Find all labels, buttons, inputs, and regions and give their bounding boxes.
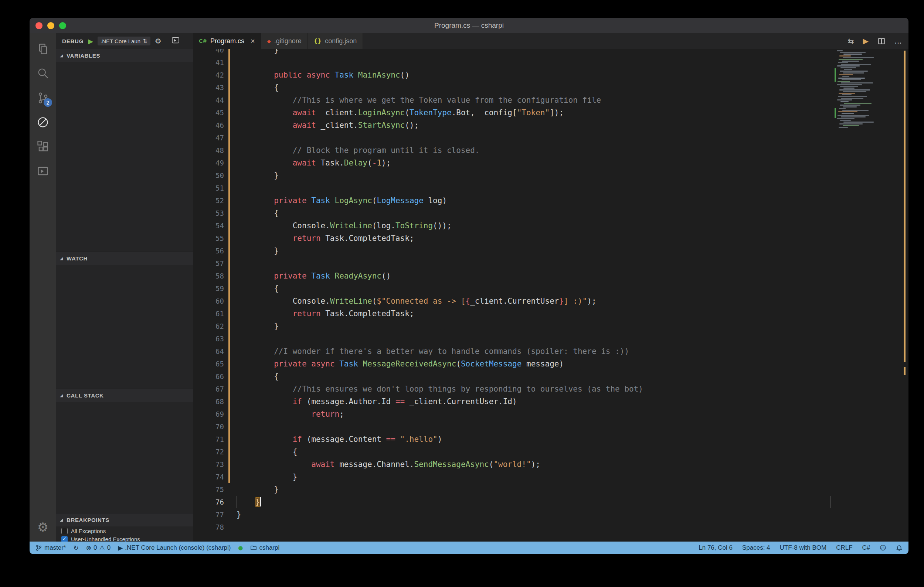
feedback-smiley-icon[interactable]: ☺ [879, 544, 886, 552]
debug-label: DEBUG [62, 38, 84, 44]
sync-changes-icon[interactable]: ↻ [74, 544, 79, 552]
run-file-icon[interactable]: ▶ [863, 36, 869, 46]
split-editor-icon[interactable] [878, 37, 886, 45]
more-actions-icon[interactable]: … [894, 36, 902, 46]
error-icon: ⊗ [86, 544, 91, 552]
git-branch-status[interactable]: master* [35, 544, 66, 552]
collapse-triangle-icon: ◢ [60, 53, 63, 58]
problems-status[interactable]: ⊗ 0 ⚠ 0 [86, 544, 111, 552]
notifications-bell-icon[interactable] [896, 544, 903, 551]
code-line-67[interactable]: 67 //This ensures we don't loop things b… [193, 383, 909, 395]
explorer-icon[interactable] [31, 37, 55, 61]
code-line-48[interactable]: 48 // Block the program until it is clos… [193, 144, 909, 157]
code-line-60[interactable]: 60 Console.WriteLine($"Connected as -> [… [193, 295, 909, 307]
code-line-75[interactable]: 75 } [193, 483, 909, 496]
code-line-55[interactable]: 55 return Task.CompletedTask; [193, 232, 909, 245]
minimap[interactable] [835, 50, 890, 128]
cursor-position-status[interactable]: Ln 76, Col 6 [698, 544, 733, 552]
code-line-66[interactable]: 66 { [193, 370, 909, 383]
line-number: 64 [193, 345, 224, 358]
configure-launch-gear-icon[interactable]: ⚙ [155, 36, 162, 46]
start-debugging-button[interactable]: ▶ [88, 37, 93, 45]
debug-icon[interactable] [31, 110, 55, 135]
code-line-73[interactable]: 73 await message.Channel.SendMessageAsyn… [193, 458, 909, 470]
code-line-45[interactable]: 45 await _client.LoginAsync(TokenType.Bo… [193, 106, 909, 119]
code-line-44[interactable]: 44 //This is where we get the Token valu… [193, 94, 909, 106]
code-text: await _client.StartAsync(); [236, 119, 419, 132]
source-control-badge: 2 [44, 98, 52, 107]
code-line-61[interactable]: 61 return Task.CompletedTask; [193, 307, 909, 320]
collapse-triangle-icon: ◢ [60, 393, 63, 398]
breakpoints-section-header[interactable]: ◢ BREAKPOINTS [56, 513, 193, 526]
code-line-72[interactable]: 72 { [193, 446, 909, 458]
code-line-76[interactable]: 76 } [193, 496, 909, 508]
launch-config-status[interactable]: ▶ .NET Core Launch (console) (csharpi) [118, 544, 231, 552]
code-line-68[interactable]: 68 if (message.Author.Id == _client.Curr… [193, 395, 909, 408]
breakpoint-item-user-unhandled[interactable]: User-Unhandled Exceptions [56, 535, 193, 541]
code-line-43[interactable]: 43 { [193, 81, 909, 94]
code-line-78[interactable]: 78 [193, 521, 909, 533]
line-number: 56 [193, 245, 224, 257]
code-line-58[interactable]: 58 private Task ReadyAsync() [193, 270, 909, 282]
code-line-54[interactable]: 54 Console.WriteLine(log.ToString()); [193, 219, 909, 232]
minimize-window-button[interactable] [47, 22, 54, 29]
code-line-74[interactable]: 74 } [193, 470, 909, 483]
code-line-51[interactable]: 51 [193, 182, 909, 194]
tab-config-json[interactable]: {} config.json [308, 33, 363, 49]
variables-section-body [56, 62, 193, 252]
line-number: 44 [193, 94, 224, 106]
line-number: 59 [193, 282, 224, 295]
settings-gear-icon[interactable]: ⚙ [31, 518, 55, 536]
code-line-42[interactable]: 42 public async Task MainAsync() [193, 69, 909, 81]
user-unhandled-exceptions-checkbox[interactable] [61, 536, 68, 542]
search-icon[interactable] [31, 61, 55, 86]
all-exceptions-checkbox[interactable] [61, 528, 68, 534]
watch-section-header[interactable]: ◢ WATCH [56, 252, 193, 265]
section-label: WATCH [66, 255, 87, 261]
code-line-70[interactable]: 70 [193, 420, 909, 433]
code-line-71[interactable]: 71 if (message.Content == ".hello") [193, 433, 909, 446]
encoding-status[interactable]: UTF-8 with BOM [780, 544, 827, 552]
code-line-50[interactable]: 50 } [193, 169, 909, 182]
line-number: 43 [193, 81, 224, 94]
zoom-window-button[interactable] [59, 22, 66, 29]
tab-program-cs[interactable]: C# Program.cs × [193, 33, 261, 49]
code-line-46[interactable]: 46 await _client.StartAsync(); [193, 119, 909, 132]
code-line-40[interactable]: 40 } [193, 49, 909, 56]
code-line-41[interactable]: 41 [193, 56, 909, 69]
close-window-button[interactable] [35, 22, 43, 29]
code-line-49[interactable]: 49 await Task.Delay(-1); [193, 157, 909, 169]
code-line-57[interactable]: 57 [193, 257, 909, 270]
source-control-icon[interactable]: 2 [31, 86, 55, 110]
csharp-file-icon: C# [199, 38, 207, 44]
watch-section-body [56, 265, 193, 389]
workspace-status[interactable]: csharpi [250, 544, 279, 552]
language-mode-status[interactable]: C# [862, 544, 870, 552]
code-line-64[interactable]: 64 //I wonder if there's a better way to… [193, 345, 909, 358]
launch-configuration-select[interactable]: .NET Core Laun ⇅ [97, 36, 150, 46]
call-stack-section-header[interactable]: ◢ CALL STACK [56, 389, 193, 402]
code-line-63[interactable]: 63 [193, 332, 909, 345]
indentation-status[interactable]: Spaces: 4 [742, 544, 770, 552]
code-line-53[interactable]: 53 { [193, 207, 909, 219]
code-line-52[interactable]: 52 private Task LogAsync(LogMessage log) [193, 194, 909, 207]
code-text: if (message.Content == ".hello") [236, 433, 442, 446]
extensions-icon[interactable] [31, 135, 55, 159]
code-line-62[interactable]: 62 } [193, 320, 909, 332]
debug-console-panel-icon[interactable] [31, 159, 55, 183]
compare-changes-icon[interactable]: ⇆ [848, 36, 854, 46]
code-line-65[interactable]: 65 private async Task MessageReceivedAsy… [193, 358, 909, 370]
open-debug-console-icon[interactable] [171, 35, 180, 46]
code-line-59[interactable]: 59 { [193, 282, 909, 295]
code-line-56[interactable]: 56 } [193, 245, 909, 257]
code-line-47[interactable]: 47 [193, 132, 909, 144]
breakpoint-item-all-exceptions[interactable]: All Exceptions [56, 527, 193, 534]
eol-status[interactable]: CRLF [836, 544, 852, 552]
variables-section-header[interactable]: ◢ VARIABLES [56, 49, 193, 62]
tab-gitignore[interactable]: ◆ .gitignore [261, 33, 308, 49]
close-tab-icon[interactable]: × [251, 37, 255, 46]
code-editor[interactable]: 40 }4142 public async Task MainAsync()43… [193, 49, 909, 541]
line-number: 66 [193, 370, 224, 383]
code-line-77[interactable]: 77} [193, 508, 909, 521]
code-line-69[interactable]: 69 return; [193, 408, 909, 420]
